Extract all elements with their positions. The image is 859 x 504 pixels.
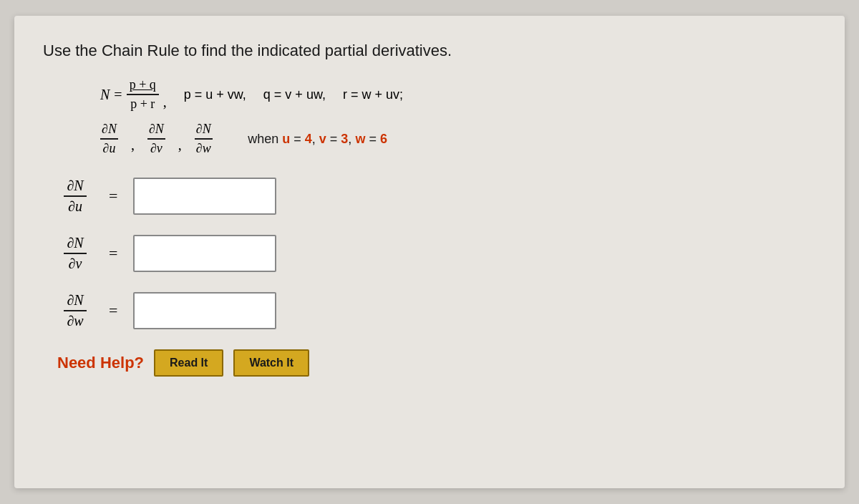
answer-label-2: ∂N ∂v bbox=[57, 235, 93, 272]
u-label: u bbox=[282, 132, 290, 146]
need-help-section: Need Help? Read It Watch It bbox=[57, 349, 816, 377]
answer-input-2[interactable] bbox=[133, 235, 276, 272]
answer-label-1: ∂N ∂u bbox=[57, 178, 93, 215]
r-equation: r = w + uv; bbox=[343, 87, 403, 102]
partial-dN-du: ∂N ∂u bbox=[100, 122, 118, 156]
answer-label-3: ∂N ∂w bbox=[57, 292, 93, 329]
equals-1: = bbox=[109, 187, 117, 205]
u-value: 4 bbox=[305, 132, 312, 146]
answer-label-3-num: ∂N bbox=[64, 292, 86, 311]
partial-dN-du-den: ∂u bbox=[102, 140, 117, 156]
answer-input-1[interactable] bbox=[133, 178, 276, 215]
partials-row: ∂N ∂u , ∂N ∂v , ∂N ∂w when u = 4, v = 3,… bbox=[100, 122, 816, 156]
partial-dN-dv: ∂N ∂v bbox=[147, 122, 165, 156]
fraction-denominator: p + r bbox=[127, 95, 157, 112]
w-value: 6 bbox=[380, 132, 387, 146]
q-equation: q = v + uw, bbox=[263, 87, 326, 102]
fraction-numerator: p + q bbox=[127, 77, 159, 95]
page-title: Use the Chain Rule to find the indicated… bbox=[43, 42, 816, 60]
p-equation: p = u + vw, bbox=[184, 87, 246, 102]
v-value: 3 bbox=[341, 132, 348, 146]
equals-symbol: = bbox=[114, 87, 122, 103]
answer-label-2-den: ∂v bbox=[66, 254, 85, 272]
partial-dN-dw-num: ∂N bbox=[195, 122, 213, 140]
answer-input-3[interactable] bbox=[133, 292, 276, 329]
answer-label-1-den: ∂u bbox=[65, 197, 85, 215]
n-equals: N = p + q p + r , bbox=[100, 77, 167, 112]
partial-dN-dw-den: ∂w bbox=[195, 140, 213, 156]
n-symbol: N bbox=[100, 87, 110, 103]
comma-after-fraction: , bbox=[163, 94, 167, 112]
equals-2: = bbox=[109, 244, 117, 263]
partial-dN-du-num: ∂N bbox=[100, 122, 118, 140]
answer-row-1: ∂N ∂u = bbox=[57, 178, 816, 215]
w-label: w bbox=[355, 132, 365, 146]
formula-line: N = p + q p + r , p = u + vw, q = v + uw… bbox=[100, 77, 816, 112]
answer-label-3-den: ∂w bbox=[64, 311, 86, 329]
answer-row-2: ∂N ∂v = bbox=[57, 235, 816, 272]
comma2: , bbox=[178, 137, 182, 153]
main-fraction: p + q p + r bbox=[127, 77, 159, 112]
partial-dN-dv-den: ∂v bbox=[149, 140, 164, 156]
answer-label-2-num: ∂N bbox=[64, 235, 86, 254]
answer-row-3: ∂N ∂w = bbox=[57, 292, 816, 329]
main-card: Use the Chain Rule to find the indicated… bbox=[14, 16, 845, 488]
answers-section: ∂N ∂u = ∂N ∂v = ∂N ∂w = bbox=[57, 178, 816, 329]
partial-dN-dw: ∂N ∂w bbox=[195, 122, 213, 156]
v-label: v bbox=[319, 132, 326, 146]
read-it-button[interactable]: Read It bbox=[154, 349, 223, 377]
when-condition: when u = 4, v = 3, w = 6 bbox=[248, 132, 387, 147]
comma1: , bbox=[131, 137, 135, 153]
problem-setup: N = p + q p + r , p = u + vw, q = v + uw… bbox=[100, 77, 816, 156]
partial-dN-dv-num: ∂N bbox=[147, 122, 165, 140]
watch-it-button[interactable]: Watch It bbox=[233, 349, 309, 377]
equals-3: = bbox=[109, 301, 117, 320]
answer-label-1-num: ∂N bbox=[64, 178, 86, 197]
need-help-label: Need Help? bbox=[57, 354, 144, 372]
